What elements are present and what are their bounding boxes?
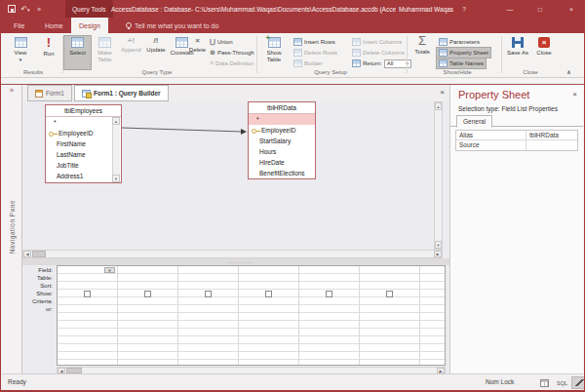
doc-tab-query-builder[interactable]: Form1 : Query Builder [74, 85, 169, 101]
sql-view-button[interactable]: SQL [554, 376, 570, 389]
totals-icon [418, 37, 426, 47]
scroll-down-icon[interactable]: ▼ [112, 175, 120, 182]
scrollbar-thumb[interactable] [32, 251, 46, 257]
update-button[interactable]: Update [144, 36, 168, 69]
delete-columns-button[interactable]: Delete Columns [350, 48, 407, 58]
show-checkbox[interactable] [205, 291, 212, 297]
datasheet-view-button[interactable] [536, 376, 553, 389]
union-button[interactable]: Union [208, 37, 235, 47]
pass-through-button[interactable]: Pass-Through [208, 48, 256, 58]
tab-design[interactable]: Design [71, 18, 108, 33]
show-checkbox[interactable] [326, 291, 332, 297]
show-checkbox[interactable] [265, 291, 272, 297]
property-row-alias[interactable]: Alias tblHRData [456, 131, 577, 140]
diagram-vertical-scrollbar[interactable]: ▲ ▼ [434, 101, 443, 250]
field-row[interactable]: StartSalary [249, 136, 315, 146]
scroll-up-icon[interactable]: ▲ [112, 117, 120, 125]
parameters-label: Parameters [449, 39, 480, 45]
close-query-button[interactable]: × Close [532, 36, 556, 69]
make-table-icon [98, 37, 111, 48]
delete-rows-button[interactable]: Delete Rows [292, 48, 339, 58]
design-view-button[interactable] [571, 376, 585, 389]
builder-icon [293, 59, 302, 67]
insert-rows-button[interactable]: Insert Rows [292, 37, 337, 47]
table-name-header[interactable]: tblHRData [249, 102, 315, 114]
close-query-label: Close [536, 50, 551, 57]
show-checkbox[interactable] [144, 291, 151, 297]
field-label: StartSalary [259, 137, 291, 144]
expand-nav-pane-button[interactable]: » [2, 87, 21, 94]
close-document-button[interactable]: × [440, 89, 445, 97]
tab-file[interactable]: File [6, 18, 32, 33]
maximize-button[interactable]: □ [530, 0, 550, 18]
field-list-tblemployees[interactable]: tblEmployees * EmployeeID FirstName Last… [45, 104, 122, 183]
show-checkbox[interactable] [84, 291, 91, 297]
insert-columns-button[interactable]: Insert Columns [350, 37, 404, 47]
run-label: Run [43, 51, 54, 58]
scroll-up-icon[interactable]: ▲ [435, 102, 442, 110]
field-row[interactable]: LastName [46, 149, 121, 160]
view-button[interactable]: View [7, 36, 34, 69]
scroll-right-icon[interactable]: ▶ [434, 251, 442, 257]
field-row[interactable]: JobTitle [46, 160, 121, 171]
field-row[interactable]: FirstName [46, 138, 121, 149]
close-property-sheet-button[interactable]: × [572, 90, 577, 98]
more-icon: » [37, 6, 41, 13]
property-value[interactable]: tblHRData [526, 131, 577, 139]
minimize-icon: — [507, 6, 514, 13]
close-window-button[interactable]: × [562, 0, 581, 18]
table-names-button[interactable]: Table Names [437, 59, 486, 68]
minimize-button[interactable]: — [500, 0, 520, 18]
doc-tab-form1[interactable]: Form1 [27, 85, 72, 101]
scroll-left-icon[interactable]: ◀ [23, 251, 31, 257]
field-row[interactable]: EmployeeID [249, 125, 315, 136]
contextual-tab-querytools[interactable]: Query Tools [65, 0, 113, 18]
quick-access-more-button[interactable]: » [34, 0, 44, 18]
collapse-ribbon-button[interactable] [566, 68, 571, 76]
make-table-button[interactable]: Make Table [92, 36, 118, 69]
show-table-button[interactable]: + Show Table [259, 36, 289, 69]
help-button[interactable]: ? [457, 0, 471, 18]
property-sheet-button[interactable]: Property Sheet [437, 48, 490, 58]
delete-query-button[interactable]: Delete [187, 36, 208, 69]
property-value[interactable] [526, 140, 577, 150]
field-list-scrollbar[interactable]: ▲ ▼ [112, 118, 120, 181]
splitter-handle[interactable] [227, 260, 254, 264]
diagram-horizontal-scrollbar[interactable]: ◀ ▶ [22, 250, 443, 258]
table-name-header[interactable]: tblEmployees [46, 105, 121, 117]
field-row[interactable]: EmployeeID [46, 128, 121, 138]
builder-button[interactable]: Builder [292, 59, 325, 68]
table-names-icon [439, 59, 448, 67]
property-row-source[interactable]: Source [456, 140, 577, 150]
save-as-button[interactable]: Save As [505, 36, 530, 69]
group-label-results: Results [23, 69, 43, 75]
account-user-name[interactable]: Muhammad Waqas [399, 0, 453, 18]
append-button[interactable]: Append [119, 36, 143, 69]
select-query-button[interactable]: Select [64, 36, 91, 69]
data-definition-button[interactable]: Data Definition [208, 59, 255, 68]
field-row[interactable]: Hours [249, 146, 315, 157]
save-button[interactable] [6, 0, 18, 18]
tell-me-box[interactable]: Tell me what you want to do [126, 18, 218, 33]
property-sheet-label: Property Sheet [449, 50, 488, 56]
field-cell-dropdown[interactable]: ▼ [104, 267, 115, 273]
parameters-button[interactable]: Parameters [437, 37, 482, 47]
tab-general[interactable]: General [456, 115, 492, 128]
tab-home[interactable]: Home [37, 18, 71, 33]
field-row[interactable]: BenefitElections [249, 168, 315, 178]
field-list-tblhrdata[interactable]: tblHRData * EmployeeID StartSalary Hours… [248, 101, 316, 179]
field-row[interactable]: HireDate [249, 157, 315, 168]
undo-button[interactable] [20, 0, 31, 18]
run-button[interactable]: Run [36, 36, 61, 69]
totals-button[interactable]: Totals [410, 36, 435, 69]
field-row[interactable]: * [46, 117, 121, 128]
field-label: HireDate [259, 159, 285, 166]
pane-splitter[interactable] [22, 258, 451, 265]
field-row-selected[interactable]: * [249, 114, 315, 125]
navigation-pane-collapsed[interactable]: » Navigation Pane [2, 85, 22, 373]
table-name-label: tblHRData [267, 104, 296, 111]
query-grid[interactable]: ▼ [57, 265, 446, 366]
scroll-down-icon[interactable]: ▼ [435, 241, 442, 249]
field-row[interactable]: Address1 [46, 171, 121, 181]
show-checkbox[interactable] [386, 291, 393, 297]
